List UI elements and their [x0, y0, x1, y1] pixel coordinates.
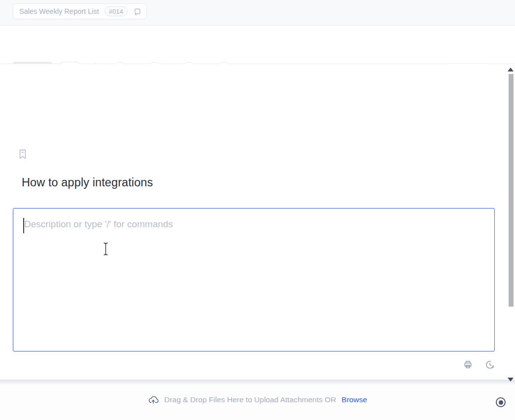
breadcrumb[interactable]: Sales Weekly Report List #014 — [13, 3, 147, 19]
scroll-down-arrow[interactable] — [508, 378, 514, 382]
move-task-icon[interactable] — [133, 7, 141, 16]
task-title[interactable]: How to apply integrations — [22, 176, 153, 189]
bookmark-icon[interactable] — [18, 149, 28, 160]
file-drop-zone[interactable]: Drag & Drop Files Here to Upload Attachm… — [0, 394, 515, 405]
task-main-panel: How to apply integrations Description or… — [0, 64, 515, 380]
time-in-status-icon[interactable] — [485, 360, 495, 370]
scrollbar-track[interactable] — [508, 69, 514, 385]
attachments-footer: Drag & Drop Files Here to Upload Attachm… — [0, 380, 515, 420]
drop-files-text: Drag & Drop Files Here to Upload Attachm… — [164, 395, 336, 404]
ibeam-cursor — [103, 242, 109, 256]
task-toolbar: New — [0, 26, 515, 64]
print-icon[interactable] — [463, 360, 473, 370]
list-name[interactable]: Sales Weekly Report List — [19, 7, 99, 15]
browse-link[interactable]: Browse — [342, 395, 367, 404]
cloud-upload-icon — [148, 394, 159, 405]
scrollbar-thumb[interactable] — [509, 74, 514, 307]
description-input[interactable]: Description or type '/' for commands — [13, 208, 495, 351]
description-actions — [0, 360, 495, 370]
top-bar: Sales Weekly Report List #014 — [0, 0, 515, 26]
description-placeholder: Description or type '/' for commands — [24, 219, 173, 230]
task-number-badge[interactable]: #014 — [104, 6, 128, 16]
record-icon[interactable] — [496, 397, 506, 407]
